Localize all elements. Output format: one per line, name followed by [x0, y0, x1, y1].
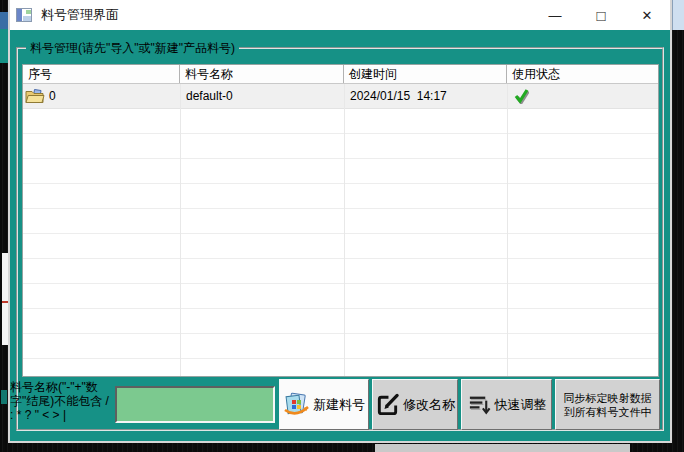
- table-row-empty: [23, 309, 658, 334]
- rename-label: 修改名称: [403, 396, 455, 414]
- part-number-groupbox: 料号管理(请先"导入"或"新建"产品料号) 序号 料号名称 创建时间 使用状态: [16, 47, 664, 431]
- part-number-manager-window: 料号管理界面 — □ ✕ 料号管理(请先"导入"或"新建"产品料号) 序号 料号…: [8, 0, 672, 443]
- empty-rows: [23, 109, 658, 377]
- table-row-empty: [23, 234, 658, 259]
- groupbox-title: 料号管理(请先"导入"或"新建"产品料号): [26, 40, 239, 57]
- quick-adjust-label: 快速调整: [495, 396, 547, 414]
- table-row-empty: [23, 184, 658, 209]
- cell-seq-text: 0: [49, 89, 56, 103]
- window-title: 料号管理界面: [41, 6, 119, 24]
- background-window-sliver: [672, 0, 684, 30]
- background-window-sliver: [0, 29, 8, 63]
- window-controls: — □ ✕: [532, 0, 670, 30]
- table-row-empty: [23, 359, 658, 377]
- part-number-table: 序号 料号名称 创建时间 使用状态 0 default-0: [22, 64, 659, 377]
- new-part-icon: [283, 391, 310, 418]
- column-header-created[interactable]: 创建时间: [344, 65, 507, 83]
- footer-buttons: 新建料号 修改名称: [279, 379, 660, 430]
- taskbar-sliver: [375, 444, 630, 452]
- table-row-empty: [23, 209, 658, 234]
- minimize-button[interactable]: —: [532, 0, 578, 30]
- quick-adjust-button[interactable]: 快速调整: [461, 379, 552, 430]
- column-header-seq[interactable]: 序号: [23, 65, 180, 83]
- folder-icon: [25, 88, 45, 104]
- green-check-icon: [513, 88, 529, 104]
- table-row-empty: [23, 259, 658, 284]
- maximize-button[interactable]: □: [578, 0, 624, 30]
- cell-status: [507, 88, 658, 104]
- column-header-status[interactable]: 使用状态: [507, 65, 658, 83]
- sync-mapping-button[interactable]: 同步标定映射数据到所有料号文件中: [555, 379, 660, 430]
- edit-icon: [375, 392, 400, 417]
- column-header-name[interactable]: 料号名称: [180, 65, 344, 83]
- table-row-empty: [23, 159, 658, 184]
- close-button[interactable]: ✕: [624, 0, 670, 30]
- background-icon-sliver: [0, 12, 8, 29]
- new-part-button[interactable]: 新建料号: [279, 379, 369, 430]
- table-row-empty: [23, 109, 658, 134]
- table-header: 序号 料号名称 创建时间 使用状态: [23, 65, 658, 84]
- sync-mapping-label: 同步标定映射数据到所有料号文件中: [559, 391, 656, 419]
- cell-seq: 0: [23, 88, 180, 104]
- new-part-label: 新建料号: [313, 396, 365, 414]
- part-number-input[interactable]: [115, 386, 275, 423]
- cell-name: default-0: [180, 89, 344, 103]
- desktop: 料号管理界面 — □ ✕ 料号管理(请先"导入"或"新建"产品料号) 序号 料号…: [0, 0, 684, 452]
- table-row-empty: [23, 134, 658, 159]
- app-icon: [16, 8, 32, 22]
- cell-created: 2024/01/15 14:17: [344, 89, 507, 103]
- name-rule-label: 料号名称("-"+"数字"结尾)不能包含 / : * ? " < > |: [10, 380, 115, 422]
- rename-button[interactable]: 修改名称: [372, 379, 458, 430]
- background-window-sliver: [1, 390, 7, 404]
- table-row-selected[interactable]: 0 default-0 2024/01/15 14:17: [23, 84, 658, 109]
- table-row-empty: [23, 284, 658, 309]
- quick-adjust-icon: [467, 392, 492, 417]
- titlebar: 料号管理界面 — □ ✕: [10, 0, 670, 30]
- table-row-empty: [23, 334, 658, 359]
